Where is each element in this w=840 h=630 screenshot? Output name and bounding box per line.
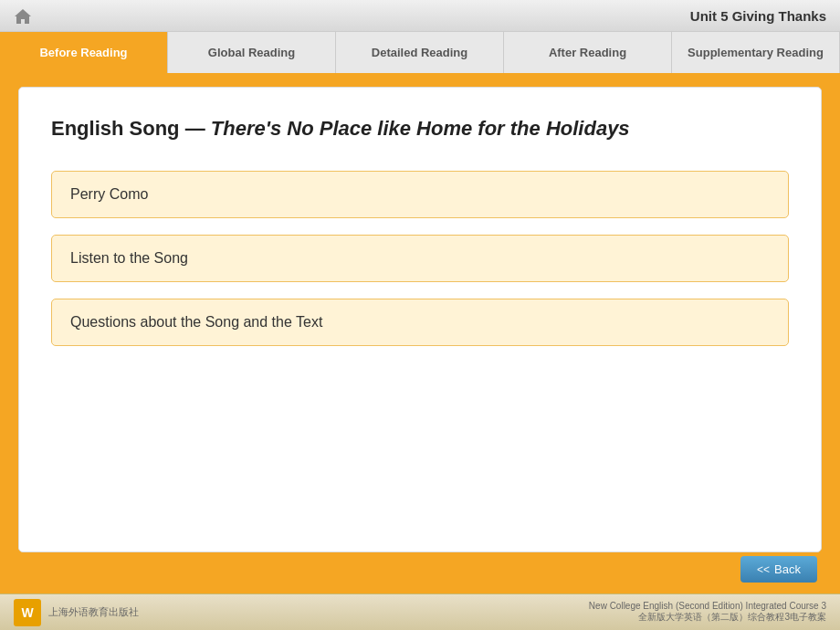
home-button[interactable] (9, 5, 37, 27)
publisher-logo-icon: W (14, 599, 41, 626)
tab-supplementary-reading[interactable]: Supplementary Reading (672, 32, 840, 73)
header-title: Unit 5 Giving Thanks (690, 8, 826, 24)
main-content: English Song — There's No Place like Hom… (18, 87, 822, 552)
tab-global-reading[interactable]: Global Reading (168, 32, 336, 73)
tab-after-reading[interactable]: After Reading (504, 32, 672, 73)
card-listen-to-song[interactable]: Listen to the Song (51, 235, 789, 282)
bottom-logo: W 上海外语教育出版社 (14, 599, 139, 626)
content-title: English Song — There's No Place like Hom… (51, 115, 789, 143)
tab-detailed-reading[interactable]: Detailed Reading (336, 32, 504, 73)
tab-before-reading[interactable]: Before Reading (0, 32, 168, 73)
back-chevron-icon: << (757, 563, 770, 576)
bottom-bar: W 上海外语教育出版社 New College English (Second … (0, 593, 840, 630)
bottom-right-info: New College English (Second Edition) Int… (589, 601, 826, 624)
publisher-name: 上海外语教育出版社 (48, 605, 139, 619)
back-button[interactable]: << Back (740, 556, 817, 583)
nav-tabs: Before Reading Global Reading Detailed R… (0, 32, 840, 73)
card-perry-como[interactable]: Perry Como (51, 171, 789, 218)
header-bar: Unit 5 Giving Thanks (0, 0, 840, 32)
card-questions-song-text[interactable]: Questions about the Song and the Text (51, 299, 789, 346)
